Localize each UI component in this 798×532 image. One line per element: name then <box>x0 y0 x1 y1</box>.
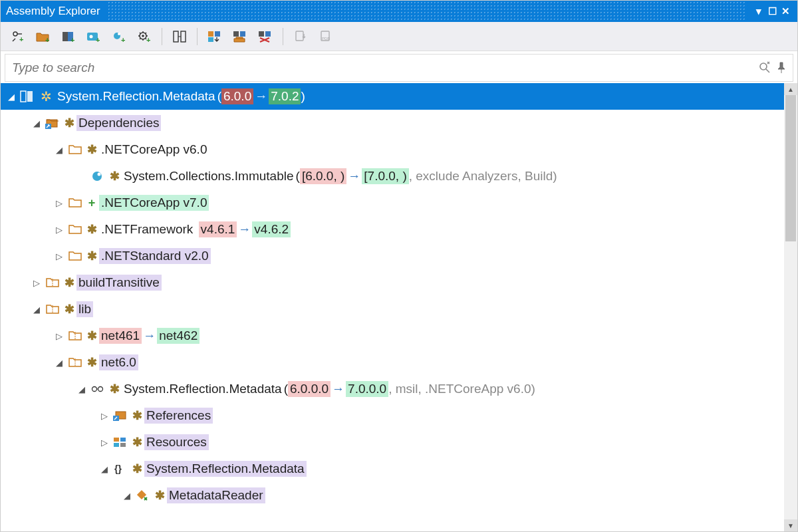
modified-mark-icon: ✱ <box>84 222 99 237</box>
arrow-icon: → <box>255 89 267 104</box>
search-bar[interactable] <box>5 54 793 82</box>
svg-point-0 <box>13 32 17 36</box>
toolbar-separator <box>162 28 162 45</box>
modified-mark-icon: ✱ <box>84 142 99 157</box>
svg-rect-44 <box>120 438 126 442</box>
collapse-icon[interactable]: ◢ <box>30 118 43 128</box>
collapse-icon[interactable]: ◢ <box>5 92 18 102</box>
svg-point-10 <box>118 33 120 35</box>
tree-node-class[interactable]: ◢ ✱ MetadataReader <box>1 482 784 509</box>
tree-node-netcoreapp7[interactable]: ▷ + .NETCoreApp v7.0 <box>1 190 784 216</box>
toolbar: + + + + + + <box>1 22 797 51</box>
node-label: System.Collections.Immutable <box>122 168 296 184</box>
folder-icon <box>67 144 83 155</box>
tree-node-dependencies[interactable]: ◢ ✱ Dependencies <box>1 110 784 136</box>
expand-icon[interactable]: ▷ <box>98 438 111 448</box>
tree-node-netcoreapp6[interactable]: ◢ ✱ .NETCoreApp v6.0 <box>1 136 784 163</box>
save-list-button[interactable] <box>229 26 251 47</box>
svg-rect-45 <box>114 443 119 447</box>
search-input[interactable] <box>12 61 753 75</box>
collapse-icon[interactable]: ◢ <box>120 491 134 501</box>
assembly-compare-icon <box>90 384 106 394</box>
open-settings-button[interactable]: + <box>134 26 155 47</box>
pin-icon[interactable] <box>777 62 786 74</box>
open-folder-button[interactable]: + <box>33 26 54 47</box>
expand-icon[interactable]: ▷ <box>53 225 66 235</box>
new-version: 7.0.2 <box>269 88 301 104</box>
scroll-down-icon[interactable]: ▼ <box>784 519 797 531</box>
expand-icon[interactable]: ▷ <box>30 278 43 288</box>
clear-button[interactable] <box>255 26 276 47</box>
tree-node-sci[interactable]: ✱ System.Collections.Immutable ( [6.0.0,… <box>1 163 784 190</box>
scroll-thumb[interactable] <box>785 95 796 241</box>
svg-rect-3 <box>63 32 68 41</box>
svg-rect-15 <box>174 31 178 42</box>
svg-rect-29 <box>27 91 33 102</box>
collapse-icon[interactable]: ◢ <box>30 305 43 315</box>
svg-text:+: + <box>19 35 23 43</box>
titlebar-grip <box>107 1 745 22</box>
folder-split-icon <box>45 304 61 315</box>
tree-node-resources[interactable]: ▷ ✱ Resources <box>1 429 784 456</box>
close-icon[interactable]: ✕ <box>779 5 792 17</box>
old-tfm: net461 <box>99 328 142 344</box>
pdb-download-button[interactable] <box>290 26 311 47</box>
svg-rect-43 <box>114 438 119 442</box>
folder-icon <box>67 198 83 208</box>
node-label: System.Reflection.Metadata <box>122 381 284 397</box>
tree-node-buildtransitive[interactable]: ▷ ✱ buildTransitive <box>1 269 784 296</box>
namespace-icon: {} <box>112 464 128 474</box>
open-project-button[interactable]: + <box>108 26 130 47</box>
collapse-icon[interactable]: ◢ <box>98 464 111 474</box>
node-label: MetadataReader <box>167 487 265 503</box>
collapse-icon[interactable]: ◢ <box>53 358 66 368</box>
tree-view[interactable]: ◢ ✲ System.Reflection.Metadata ( 6.0.0 →… <box>1 83 784 531</box>
node-label: .NETCoreApp v7.0 <box>99 195 209 211</box>
class-icon <box>135 489 151 501</box>
node-label: .NETFramework <box>99 221 195 237</box>
node-label: .NETStandard v2.0 <box>99 248 211 264</box>
tree-node-netstandard[interactable]: ▷ ✱ .NETStandard v2.0 <box>1 243 784 269</box>
expand-icon[interactable]: ▷ <box>53 251 66 261</box>
tree-node-references[interactable]: ▷ ✱ References <box>1 402 784 429</box>
new-version: 7.0.0.0 <box>346 381 388 397</box>
folder-split-icon <box>45 277 61 288</box>
svg-text:+: + <box>146 36 150 43</box>
arrow-icon: → <box>348 169 360 184</box>
window-options-icon[interactable]: ▾ <box>752 5 765 17</box>
open-from-nuget-button[interactable]: + <box>58 26 79 47</box>
tree-node-lib[interactable]: ◢ ✱ lib <box>1 296 784 323</box>
scroll-up-icon[interactable]: ▲ <box>784 83 797 95</box>
open-from-nupkg-button[interactable]: + <box>83 26 104 47</box>
expand-icon[interactable]: ▷ <box>98 411 111 421</box>
node-label: net6.0 <box>99 354 138 370</box>
collapse-icon[interactable]: ◢ <box>75 384 88 394</box>
modified-mark-icon: ✱ <box>62 302 76 317</box>
expand-icon[interactable]: ▷ <box>53 331 66 341</box>
open-from-gac-button[interactable]: + <box>7 26 29 47</box>
modified-mark-icon: ✲ <box>38 88 54 104</box>
maximize-icon[interactable]: ☐ <box>765 5 779 17</box>
old-version: 6.0.0.0 <box>288 381 331 397</box>
export-button[interactable] <box>204 26 225 47</box>
tree-node-namespace[interactable]: ◢ {} ✱ System.Reflection.Metadata <box>1 456 784 482</box>
tree-node-assembly-srm[interactable]: ◢ ✱ System.Reflection.Metadata ( 6.0.0.0… <box>1 376 784 402</box>
svg-point-13 <box>142 35 144 37</box>
modified-mark-icon: ✱ <box>130 435 144 450</box>
compare-button[interactable] <box>169 26 190 47</box>
search-icon[interactable] <box>758 61 771 74</box>
modified-mark-icon: ✱ <box>84 355 99 370</box>
svg-text:PDB: PDB <box>322 37 330 41</box>
old-range: [6.0.0, ) <box>300 168 346 184</box>
node-label: System.Reflection.Metadata <box>144 461 307 477</box>
tree-node-netframework[interactable]: ▷ ✱ .NETFramework v4.6.1 → v4.6.2 <box>1 216 784 243</box>
toolbar-separator <box>283 28 283 45</box>
tree-node-net461[interactable]: ▷ ✱ net461 → net462 <box>1 323 784 349</box>
arrow-icon: → <box>332 382 344 396</box>
pdb-file-button[interactable]: PDB <box>315 26 336 47</box>
tree-node-net60[interactable]: ◢ ✱ net6.0 <box>1 349 784 376</box>
expand-icon[interactable]: ▷ <box>53 198 66 208</box>
scrollbar[interactable]: ▲ ▼ <box>784 83 797 531</box>
collapse-icon[interactable]: ◢ <box>53 145 66 155</box>
tree-root-package[interactable]: ◢ ✲ System.Reflection.Metadata ( 6.0.0 →… <box>1 83 784 110</box>
